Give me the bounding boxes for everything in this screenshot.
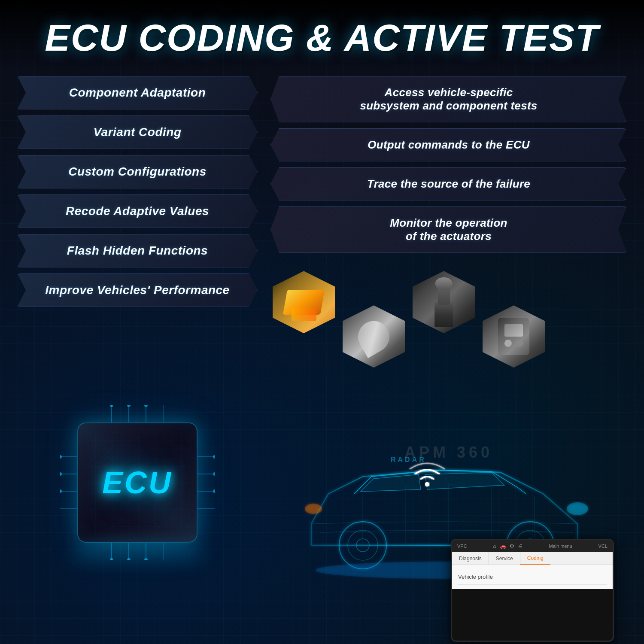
print-icon[interactable]: 🖨 (518, 543, 523, 549)
ecu-area: ECU (17, 322, 258, 644)
badge-component-adaptation: Component Adaptation (17, 76, 258, 109)
badge-recode-adaptive-values: Recode Adaptive Values (17, 194, 258, 228)
svg-point-22 (110, 405, 113, 407)
svg-point-17 (60, 472, 62, 476)
gear-icon[interactable]: ⚙ (510, 543, 514, 549)
badge-improve-performance: Improve Vehicles' Performance (17, 273, 258, 307)
home-icon[interactable]: ⌂ (493, 543, 496, 549)
car-area: APM 360 (270, 261, 627, 644)
tablet-icons: ⌂ 🚗 ⚙ 🖨 (493, 543, 522, 549)
hex-images-group (270, 266, 547, 373)
badge-access-vehicle-label: Access vehicle-specific subsystem and co… (284, 86, 614, 112)
svg-rect-28 (87, 432, 190, 535)
badge-variant-coding-label: Variant Coding (93, 125, 181, 139)
svg-point-19 (213, 455, 215, 459)
tablet-content: Vehicle profile (452, 565, 613, 589)
badge-monitor-actuators: Monitor the operation of the actuators (270, 207, 627, 253)
badge-custom-configurations-label: Custom Configurations (68, 165, 207, 178)
tablet-tabs: Diagnosis Service Coding (452, 552, 613, 565)
wifi-svg (408, 458, 447, 488)
tablet-top-left: VPC (457, 544, 467, 549)
car-icon[interactable]: 🚗 (500, 543, 506, 549)
hex-mirror (340, 300, 407, 373)
ecu-chip-body: ECU (77, 422, 197, 543)
wifi-icon (408, 458, 447, 489)
svg-point-43 (425, 482, 429, 486)
badge-flash-hidden-functions-label: Flash Hidden Functions (67, 244, 208, 257)
badge-component-adaptation-label: Component Adaptation (69, 86, 206, 99)
svg-point-23 (127, 405, 131, 407)
tablet-top-right: VCL (598, 544, 608, 549)
chip-grid (87, 432, 190, 535)
svg-point-41 (305, 504, 322, 514)
hex-joystick (410, 266, 477, 339)
hex-mirror-shape (343, 305, 405, 368)
badge-variant-coding: Variant Coding (17, 115, 258, 149)
badge-monitor-actuators-label: Monitor the operation of the actuators (284, 216, 614, 243)
badge-trace-failure: Trace the source of the failure (270, 167, 627, 200)
tablet-device: VPC ⌂ 🚗 ⚙ 🖨 Main menu VCL (451, 539, 614, 642)
main-content: Component Adaptation Variant Coding Cust… (0, 72, 644, 644)
hex-joystick-shape (413, 271, 475, 333)
right-features: Access vehicle-specific subsystem and co… (270, 72, 627, 253)
badge-flash-hidden-functions: Flash Hidden Functions (17, 234, 258, 267)
tab-coding[interactable]: Coding (520, 552, 550, 565)
left-column: Component Adaptation Variant Coding Cust… (17, 72, 258, 644)
svg-point-20 (213, 472, 215, 476)
page-wrapper: ECU CODING & ACTIVE TEST Component Adapt… (0, 0, 644, 644)
ecu-chip: ECU (60, 405, 215, 560)
svg-point-16 (60, 455, 62, 459)
svg-point-21 (213, 489, 215, 493)
badge-improve-performance-label: Improve Vehicles' Performance (45, 283, 229, 297)
tab-diagnosis[interactable]: Diagnosis (452, 552, 489, 565)
tablet-row-vehicle-profile: Vehicle profile (458, 569, 607, 585)
hex-headlight (270, 266, 337, 339)
svg-point-24 (144, 405, 148, 407)
page-title: ECU CODING & ACTIVE TEST (26, 17, 618, 59)
tablet-menu-label: Main menu (549, 544, 572, 549)
badge-output-commands: Output commands to the ECU (270, 128, 627, 161)
ecu-glow (69, 543, 206, 568)
hex-headlight-shape (273, 271, 335, 333)
svg-point-40 (567, 502, 588, 515)
hex-keyfob (480, 300, 547, 373)
badge-custom-configurations: Custom Configurations (17, 155, 258, 188)
svg-point-18 (60, 489, 62, 493)
hex-keyfob-shape (483, 305, 545, 368)
tablet-body: VPC ⌂ 🚗 ⚙ 🖨 Main menu VCL (451, 539, 614, 642)
badge-access-vehicle: Access vehicle-specific subsystem and co… (270, 76, 627, 122)
badge-trace-failure-label: Trace the source of the failure (367, 177, 530, 190)
tab-service[interactable]: Service (489, 552, 520, 565)
right-column: Access vehicle-specific subsystem and co… (270, 72, 627, 644)
header: ECU CODING & ACTIVE TEST (0, 0, 644, 72)
badge-recode-adaptive-values-label: Recode Adaptive Values (66, 204, 209, 218)
tablet-top-bar: VPC ⌂ 🚗 ⚙ 🖨 Main menu VCL (452, 540, 613, 552)
badge-output-commands-label: Output commands to the ECU (368, 138, 530, 151)
